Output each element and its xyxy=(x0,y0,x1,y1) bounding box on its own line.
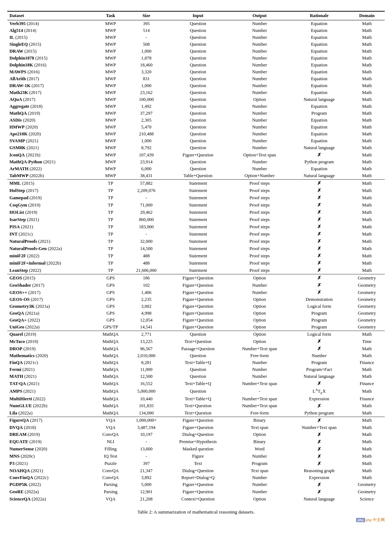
table-row: NaturalProofs (2021)TP32,000StatementPro… xyxy=(7,238,385,245)
cell-input: Figure+Question xyxy=(166,289,230,296)
table-row: GeoQA+ (2022)GPS12,054Figure+QuestionOpt… xyxy=(7,317,385,324)
cell-size: 183,000 xyxy=(126,223,166,230)
cell-dataset: Dolphin18K (2016) xyxy=(7,62,95,69)
cell-rationale: Equation xyxy=(289,165,349,172)
cell-rationale: Program xyxy=(289,317,349,324)
cell-output: Number+Text span xyxy=(230,396,289,402)
cell-size: 514 xyxy=(126,27,166,34)
col-rationale: Rationale xyxy=(289,11,349,20)
cell-output: Number xyxy=(230,110,289,117)
table-row: ConvFinQA (2022c)ConvQA3,892Report+Dialo… xyxy=(7,474,385,481)
cell-output: Number xyxy=(230,481,289,488)
cell-domain: Math xyxy=(349,387,385,396)
cell-size: 1,492 xyxy=(126,103,166,110)
table-row: FigureQA (2017)VQA1,000,000+Figure+Quest… xyxy=(7,417,385,424)
cell-dataset: GEOS++ (2017) xyxy=(7,289,95,296)
cell-task: MathQA xyxy=(95,410,127,417)
table-row: Aggregate (2018)MWP1,492QuestionNumberEq… xyxy=(7,103,385,110)
cell-rationale: ✗ xyxy=(289,289,349,296)
cell-domain: Geometry xyxy=(349,282,385,289)
cell-input: Premise+Hypothesis xyxy=(166,438,230,446)
table-row: MathQA-Python (2021)MWP23,914QuestionNum… xyxy=(7,159,385,165)
cell-size: 71,000 xyxy=(126,201,166,209)
cell-input: Question xyxy=(166,366,230,373)
cell-domain: Math xyxy=(349,438,385,446)
cell-domain: Finance xyxy=(349,359,385,366)
cell-size: 57,882 xyxy=(126,180,166,187)
cell-rationale: Natural language xyxy=(289,172,349,180)
cell-input: Figure+Question xyxy=(166,282,230,289)
cell-size: 831 xyxy=(126,75,166,82)
cell-input: Text+Table+Q xyxy=(166,359,230,366)
cell-dataset: NOAHQA (2021) xyxy=(7,467,95,474)
cell-dataset: GeoShader (2017) xyxy=(7,282,95,289)
cell-rationale: ✗ xyxy=(289,453,349,460)
table-row: UniGeo (2022a)GPS/TP14,541Figure+Questio… xyxy=(7,324,385,331)
cell-domain: Math xyxy=(349,138,385,144)
cell-task: TP xyxy=(95,238,127,245)
cell-domain: Geometry xyxy=(349,310,385,317)
cell-rationale: Equation xyxy=(289,75,349,82)
cell-size: 100,000 xyxy=(126,96,166,103)
cell-output: Proof steps xyxy=(230,187,289,194)
cell-rationale: Equation xyxy=(289,34,349,41)
cell-rationale: ✗ xyxy=(289,488,349,496)
table-row: MNS (2020c)IQ Test-FigureNumber✗Math xyxy=(7,453,385,460)
cell-size: 23,162 xyxy=(126,89,166,96)
cell-output: Proof steps xyxy=(230,238,289,245)
cell-task: GPS/TP xyxy=(95,324,127,331)
cell-size: 210,488 xyxy=(126,131,166,138)
cell-input: Statement xyxy=(166,201,230,209)
cell-rationale: Program xyxy=(289,110,349,117)
cell-domain: Math xyxy=(349,20,385,28)
cell-input: Question xyxy=(166,131,230,138)
cell-domain: Math xyxy=(349,144,385,151)
cell-output: Proof steps xyxy=(230,216,289,223)
cell-size: 96,567 xyxy=(126,345,166,352)
cell-input: Text+Question xyxy=(166,338,230,345)
cell-rationale: ✗ xyxy=(289,438,349,446)
cell-input: Statement xyxy=(166,238,230,245)
cell-dataset: Gamepad (2019) xyxy=(7,194,95,201)
cell-domain: Math xyxy=(349,366,385,373)
table-row: Fermi (2021)MathQA11,000QuestionNumberPr… xyxy=(7,366,385,373)
cell-rationale: ✗ xyxy=(289,380,349,387)
cell-output: Option xyxy=(230,96,289,103)
cell-task: TP xyxy=(95,209,127,216)
cell-input: Statement xyxy=(166,194,230,201)
table-row: Alg514 (2014)MWP514QuestionNumberEquatio… xyxy=(7,27,385,34)
table-row: INT (2021c)TP-StatementProof steps✗Math xyxy=(7,230,385,238)
cell-domain: Math xyxy=(349,62,385,69)
cell-dataset: TAT-QA (2021) xyxy=(7,380,95,387)
cell-rationale: Equation xyxy=(289,82,349,89)
cell-task: Parsing xyxy=(95,481,127,488)
cell-domain: Geometry xyxy=(349,481,385,488)
cell-rationale: ✗ xyxy=(289,345,349,352)
cell-input: Statement xyxy=(166,230,230,238)
cell-task: MWP xyxy=(95,172,127,180)
cell-output: Option+Text span xyxy=(230,151,289,159)
table-row: NOAHQA (2021)ConvQA21,347Dialog+Question… xyxy=(7,467,385,474)
cell-domain: Math xyxy=(349,151,385,159)
cell-dataset: Mathematics (2020) xyxy=(7,352,95,359)
cell-input: Statement xyxy=(166,187,230,194)
cell-task: Parsing xyxy=(95,488,127,496)
cell-domain: Math xyxy=(349,259,385,267)
cell-task: MathQA xyxy=(95,373,127,380)
cell-dataset: NumerSense (2020) xyxy=(7,446,95,453)
table-row: IsarStep (2021)TP860,000StatementProof s… xyxy=(7,216,385,223)
cell-task: TP xyxy=(95,267,127,274)
cell-task: VQA xyxy=(95,417,127,424)
cell-domain: Math xyxy=(349,245,385,252)
cell-input: Report+Dialog+Q xyxy=(166,474,230,481)
table-row: GEOS-OS (2017)GPS2,235Figure+QuestionOpt… xyxy=(7,296,385,303)
cell-task: TP xyxy=(95,230,127,238)
cell-rationale: ✗ xyxy=(289,481,349,488)
cell-size: 12,054 xyxy=(126,317,166,324)
cell-input: Dialog+Question xyxy=(166,431,230,438)
table-row: ASDiv (2020)MWP2,305QuestionNumberEquati… xyxy=(7,117,385,124)
cell-size: 5,000,000 xyxy=(126,387,166,396)
main-table: Dataset Task Size Input Output Rationale… xyxy=(7,11,385,503)
cell-task: MWP xyxy=(95,69,127,75)
cell-output: Number xyxy=(230,117,289,124)
